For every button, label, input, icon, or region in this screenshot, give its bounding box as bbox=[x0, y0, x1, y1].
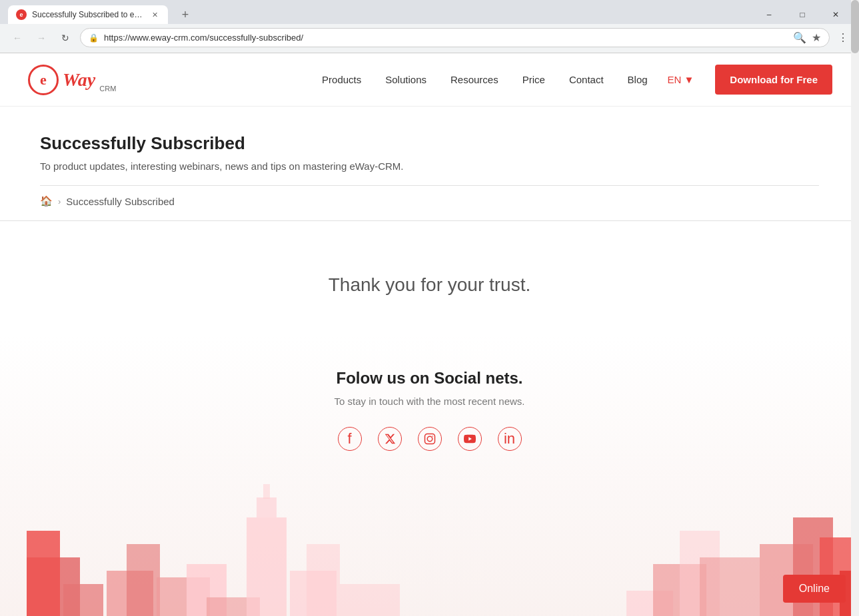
svg-rect-13 bbox=[263, 484, 270, 499]
download-button[interactable]: Download for Free bbox=[715, 65, 832, 95]
refresh-button[interactable]: ↻ bbox=[56, 29, 75, 47]
lock-icon: 🔒 bbox=[89, 33, 99, 43]
nav-solutions[interactable]: Solutions bbox=[373, 53, 438, 107]
close-button[interactable]: ✕ bbox=[820, 5, 851, 24]
nav-blog[interactable]: Blog bbox=[616, 53, 660, 107]
logo-crm: CRM bbox=[99, 85, 116, 93]
breadcrumb-separator: › bbox=[58, 196, 61, 206]
address-right-icons: 🔍 ★ bbox=[793, 31, 821, 44]
svg-rect-12 bbox=[257, 497, 277, 517]
address-bar-row: ← → ↻ 🔒 https://www.eway-crm.com/success… bbox=[0, 24, 859, 53]
social-content: Folow us on Social nets. To stay in touc… bbox=[27, 369, 832, 451]
thankyou-text: Thank you for your trust. bbox=[27, 274, 832, 296]
svg-rect-7 bbox=[127, 544, 160, 616]
svg-point-1 bbox=[427, 436, 432, 442]
site-header: e Way CRM Products Solutions Resources P… bbox=[0, 53, 859, 107]
instagram-icon[interactable] bbox=[418, 427, 442, 451]
site-wrapper: e Way CRM Products Solutions Resources P… bbox=[0, 53, 859, 616]
nav-contact[interactable]: Contact bbox=[557, 53, 616, 107]
lang-chevron-icon: ▼ bbox=[684, 74, 694, 85]
logo-e-letter: e bbox=[40, 71, 47, 89]
back-button[interactable]: ← bbox=[8, 29, 27, 47]
social-title: Folow us on Social nets. bbox=[27, 369, 832, 388]
svg-rect-11 bbox=[247, 517, 287, 616]
url-text: https://www.eway-crm.com/successfully-su… bbox=[104, 33, 788, 43]
search-icon[interactable]: 🔍 bbox=[793, 31, 806, 44]
svg-rect-0 bbox=[425, 434, 434, 444]
online-badge[interactable]: Online bbox=[783, 575, 846, 603]
svg-rect-20 bbox=[700, 557, 760, 616]
svg-rect-5 bbox=[63, 584, 103, 616]
nav-resources[interactable]: Resources bbox=[438, 53, 510, 107]
logo[interactable]: e Way CRM bbox=[27, 63, 116, 97]
linkedin-icon[interactable]: in bbox=[498, 427, 522, 451]
nav-price[interactable]: Price bbox=[510, 53, 557, 107]
scrollbar[interactable] bbox=[851, 0, 859, 616]
facebook-icon[interactable]: f bbox=[338, 427, 362, 451]
svg-point-2 bbox=[432, 436, 433, 437]
svg-rect-15 bbox=[307, 544, 340, 616]
tab-close-button[interactable]: ✕ bbox=[149, 9, 160, 20]
twitter-icon[interactable] bbox=[378, 427, 402, 451]
hero-subtitle: To product updates, interesting webinars… bbox=[40, 160, 819, 172]
hero-title: Successfully Subscribed bbox=[40, 133, 819, 154]
address-bar[interactable]: 🔒 https://www.eway-crm.com/successfully-… bbox=[80, 28, 830, 47]
minimize-button[interactable]: – bbox=[754, 5, 784, 24]
social-section: Folow us on Social nets. To stay in touc… bbox=[0, 336, 859, 616]
breadcrumb-current: Successfully Subscribed bbox=[66, 196, 175, 207]
browser-chrome: e Successfully Subscribed to eWay ✕ + – … bbox=[0, 0, 859, 53]
nav-language[interactable]: EN ▼ bbox=[660, 53, 702, 107]
social-icons: f in bbox=[27, 427, 832, 451]
svg-rect-16 bbox=[340, 584, 400, 616]
nav-menu: Products Solutions Resources Price Conta… bbox=[310, 53, 702, 107]
tab-favicon: e bbox=[16, 9, 27, 20]
browser-tab[interactable]: e Successfully Subscribed to eWay ✕ bbox=[8, 5, 168, 24]
star-icon[interactable]: ★ bbox=[812, 31, 821, 44]
cityscape bbox=[27, 477, 832, 616]
logo-text-way: Way bbox=[63, 69, 95, 91]
thankyou-section: Thank you for your trust. bbox=[0, 221, 859, 336]
tab-title: Successfully Subscribed to eWay bbox=[32, 10, 144, 19]
browser-menu-button[interactable]: ⋮ bbox=[835, 29, 851, 47]
social-subtitle: To stay in touch with the most recent ne… bbox=[27, 396, 832, 407]
maximize-button[interactable]: □ bbox=[787, 5, 818, 24]
scrollbar-thumb[interactable] bbox=[851, 0, 859, 53]
lang-label: EN bbox=[668, 74, 682, 85]
window-controls: – □ ✕ bbox=[754, 5, 851, 24]
logo-icon: e bbox=[27, 63, 60, 97]
svg-rect-4 bbox=[27, 531, 60, 616]
hero-section: Successfully Subscribed To product updat… bbox=[0, 107, 859, 221]
new-tab-button[interactable]: + bbox=[176, 5, 195, 24]
title-bar: e Successfully Subscribed to eWay ✕ + – … bbox=[0, 0, 859, 24]
breadcrumb-home-link[interactable]: 🏠 bbox=[40, 195, 53, 207]
forward-button[interactable]: → bbox=[32, 29, 51, 47]
nav-products[interactable]: Products bbox=[310, 53, 373, 107]
breadcrumb: 🏠 › Successfully Subscribed bbox=[40, 185, 819, 207]
youtube-icon[interactable] bbox=[458, 427, 482, 451]
